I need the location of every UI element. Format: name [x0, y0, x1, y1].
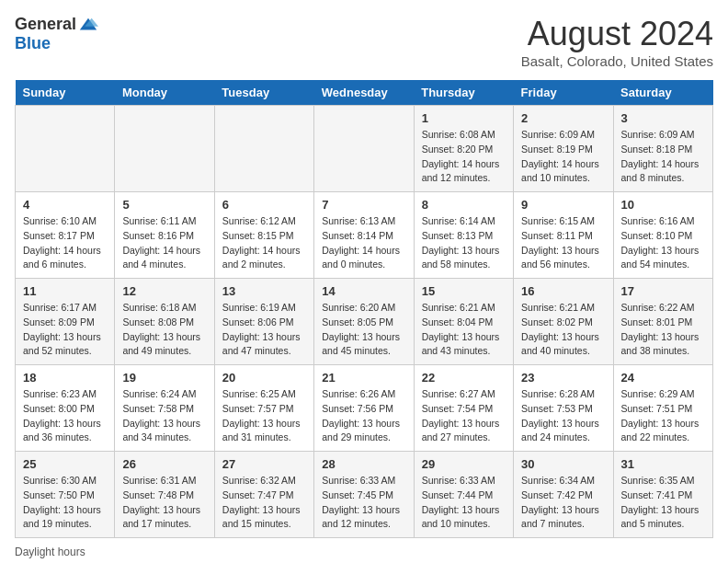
calendar-cell: [16, 106, 115, 192]
day-number: 10: [621, 198, 705, 212]
calendar-week-row: 1Sunrise: 6:08 AM Sunset: 8:20 PM Daylig…: [16, 106, 713, 192]
calendar-cell: 9Sunrise: 6:15 AM Sunset: 8:11 PM Daylig…: [514, 192, 613, 279]
calendar-week-row: 11Sunrise: 6:17 AM Sunset: 8:09 PM Dayli…: [16, 279, 713, 365]
day-info: Sunrise: 6:10 AM Sunset: 8:17 PM Dayligh…: [23, 214, 107, 272]
logo: General Blue: [15, 15, 98, 53]
day-number: 12: [122, 284, 206, 298]
day-info: Sunrise: 6:21 AM Sunset: 8:04 PM Dayligh…: [422, 301, 506, 359]
calendar-cell: 4Sunrise: 6:10 AM Sunset: 8:17 PM Daylig…: [16, 192, 115, 279]
calendar-cell: [214, 106, 313, 192]
day-info: Sunrise: 6:20 AM Sunset: 8:05 PM Dayligh…: [322, 301, 405, 359]
day-header-wednesday: Wednesday: [314, 80, 414, 106]
day-number: 22: [422, 371, 506, 385]
calendar-week-row: 25Sunrise: 6:30 AM Sunset: 7:50 PM Dayli…: [16, 452, 713, 538]
calendar-cell: 1Sunrise: 6:08 AM Sunset: 8:20 PM Daylig…: [414, 106, 513, 192]
day-info: Sunrise: 6:13 AM Sunset: 8:14 PM Dayligh…: [322, 214, 405, 272]
day-number: 31: [621, 457, 705, 471]
day-info: Sunrise: 6:28 AM Sunset: 7:53 PM Dayligh…: [521, 387, 605, 445]
footer-note: Daylight hours: [15, 546, 713, 558]
day-info: Sunrise: 6:27 AM Sunset: 7:54 PM Dayligh…: [422, 387, 506, 445]
calendar-cell: 3Sunrise: 6:09 AM Sunset: 8:18 PM Daylig…: [613, 106, 712, 192]
day-info: Sunrise: 6:18 AM Sunset: 8:08 PM Dayligh…: [122, 301, 206, 359]
logo-blue-text: Blue: [15, 35, 98, 53]
day-info: Sunrise: 6:33 AM Sunset: 7:45 PM Dayligh…: [322, 474, 405, 532]
day-info: Sunrise: 6:16 AM Sunset: 8:10 PM Dayligh…: [621, 214, 705, 272]
day-info: Sunrise: 6:21 AM Sunset: 8:02 PM Dayligh…: [521, 301, 605, 359]
day-number: 29: [422, 457, 506, 471]
calendar-cell: 17Sunrise: 6:22 AM Sunset: 8:01 PM Dayli…: [613, 279, 712, 365]
calendar-cell: 5Sunrise: 6:11 AM Sunset: 8:16 PM Daylig…: [115, 192, 214, 279]
day-info: Sunrise: 6:23 AM Sunset: 8:00 PM Dayligh…: [23, 387, 107, 445]
day-header-friday: Friday: [514, 80, 613, 106]
day-info: Sunrise: 6:29 AM Sunset: 7:51 PM Dayligh…: [621, 387, 705, 445]
calendar-cell: 13Sunrise: 6:19 AM Sunset: 8:06 PM Dayli…: [214, 279, 313, 365]
day-info: Sunrise: 6:15 AM Sunset: 8:11 PM Dayligh…: [521, 214, 605, 272]
calendar-cell: 24Sunrise: 6:29 AM Sunset: 7:51 PM Dayli…: [613, 365, 712, 452]
calendar-cell: [314, 106, 414, 192]
day-number: 3: [621, 111, 705, 125]
calendar-cell: 31Sunrise: 6:35 AM Sunset: 7:41 PM Dayli…: [613, 452, 712, 538]
day-number: 24: [621, 371, 705, 385]
calendar-cell: 29Sunrise: 6:33 AM Sunset: 7:44 PM Dayli…: [414, 452, 513, 538]
day-info: Sunrise: 6:11 AM Sunset: 8:16 PM Dayligh…: [122, 214, 206, 272]
calendar-cell: 2Sunrise: 6:09 AM Sunset: 8:19 PM Daylig…: [514, 106, 613, 192]
day-info: Sunrise: 6:26 AM Sunset: 7:56 PM Dayligh…: [322, 387, 405, 445]
day-number: 26: [122, 457, 206, 471]
day-number: 8: [422, 198, 506, 212]
calendar-cell: 8Sunrise: 6:14 AM Sunset: 8:13 PM Daylig…: [414, 192, 513, 279]
day-number: 30: [521, 457, 605, 471]
calendar-cell: 16Sunrise: 6:21 AM Sunset: 8:02 PM Dayli…: [514, 279, 613, 365]
day-info: Sunrise: 6:09 AM Sunset: 8:19 PM Dayligh…: [521, 128, 605, 186]
day-number: 21: [322, 371, 405, 385]
calendar-cell: 28Sunrise: 6:33 AM Sunset: 7:45 PM Dayli…: [314, 452, 414, 538]
day-number: 14: [322, 284, 405, 298]
day-number: 6: [222, 198, 306, 212]
day-number: 20: [222, 371, 306, 385]
day-header-tuesday: Tuesday: [214, 80, 313, 106]
day-number: 16: [521, 284, 605, 298]
page-header: General Blue August 2024 Basalt, Colorad…: [15, 15, 713, 69]
calendar-cell: 23Sunrise: 6:28 AM Sunset: 7:53 PM Dayli…: [514, 365, 613, 452]
day-number: 1: [422, 111, 506, 125]
calendar-cell: 6Sunrise: 6:12 AM Sunset: 8:15 PM Daylig…: [214, 192, 313, 279]
day-number: 4: [23, 198, 107, 212]
calendar-header-row: SundayMondayTuesdayWednesdayThursdayFrid…: [16, 80, 713, 106]
calendar-cell: 14Sunrise: 6:20 AM Sunset: 8:05 PM Dayli…: [314, 279, 414, 365]
day-info: Sunrise: 6:35 AM Sunset: 7:41 PM Dayligh…: [621, 474, 705, 532]
day-number: 5: [122, 198, 206, 212]
calendar-week-row: 4Sunrise: 6:10 AM Sunset: 8:17 PM Daylig…: [16, 192, 713, 279]
day-info: Sunrise: 6:24 AM Sunset: 7:58 PM Dayligh…: [122, 387, 206, 445]
calendar-cell: 7Sunrise: 6:13 AM Sunset: 8:14 PM Daylig…: [314, 192, 414, 279]
logo-icon: [78, 15, 98, 35]
calendar-cell: [115, 106, 214, 192]
day-info: Sunrise: 6:30 AM Sunset: 7:50 PM Dayligh…: [23, 474, 107, 532]
month-year-title: August 2024: [521, 15, 713, 53]
day-number: 15: [422, 284, 506, 298]
day-info: Sunrise: 6:31 AM Sunset: 7:48 PM Dayligh…: [122, 474, 206, 532]
day-info: Sunrise: 6:19 AM Sunset: 8:06 PM Dayligh…: [222, 301, 306, 359]
day-info: Sunrise: 6:25 AM Sunset: 7:57 PM Dayligh…: [222, 387, 306, 445]
calendar-cell: 11Sunrise: 6:17 AM Sunset: 8:09 PM Dayli…: [16, 279, 115, 365]
day-number: 18: [23, 371, 107, 385]
day-number: 19: [122, 371, 206, 385]
day-number: 17: [621, 284, 705, 298]
calendar-cell: 19Sunrise: 6:24 AM Sunset: 7:58 PM Dayli…: [115, 365, 214, 452]
calendar-cell: 20Sunrise: 6:25 AM Sunset: 7:57 PM Dayli…: [214, 365, 313, 452]
calendar-cell: 27Sunrise: 6:32 AM Sunset: 7:47 PM Dayli…: [214, 452, 313, 538]
day-number: 28: [322, 457, 405, 471]
day-number: 27: [222, 457, 306, 471]
calendar-cell: 30Sunrise: 6:34 AM Sunset: 7:42 PM Dayli…: [514, 452, 613, 538]
day-info: Sunrise: 6:34 AM Sunset: 7:42 PM Dayligh…: [521, 474, 605, 532]
day-number: 25: [23, 457, 107, 471]
calendar-cell: 22Sunrise: 6:27 AM Sunset: 7:54 PM Dayli…: [414, 365, 513, 452]
day-info: Sunrise: 6:32 AM Sunset: 7:47 PM Dayligh…: [222, 474, 306, 532]
calendar-cell: 26Sunrise: 6:31 AM Sunset: 7:48 PM Dayli…: [115, 452, 214, 538]
title-area: August 2024 Basalt, Colorado, United Sta…: [521, 15, 713, 69]
day-info: Sunrise: 6:14 AM Sunset: 8:13 PM Dayligh…: [422, 214, 506, 272]
calendar-cell: 15Sunrise: 6:21 AM Sunset: 8:04 PM Dayli…: [414, 279, 513, 365]
day-header-sunday: Sunday: [16, 80, 115, 106]
calendar-cell: 12Sunrise: 6:18 AM Sunset: 8:08 PM Dayli…: [115, 279, 214, 365]
day-number: 9: [521, 198, 605, 212]
day-header-thursday: Thursday: [414, 80, 513, 106]
day-info: Sunrise: 6:22 AM Sunset: 8:01 PM Dayligh…: [621, 301, 705, 359]
